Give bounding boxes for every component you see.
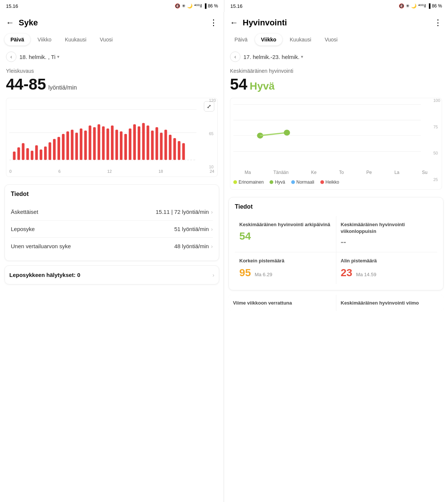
- syke-header: ← Syke ⋮: [0, 12, 224, 31]
- svg-rect-8: [35, 145, 38, 160]
- hyvinvointi-date-dropdown[interactable]: ▾: [301, 54, 303, 59]
- syke-date-dropdown[interactable]: ▾: [57, 54, 59, 59]
- hyvinvointi-info-title: Tiedot: [235, 203, 437, 210]
- syke-tab-paiva[interactable]: Päivä: [4, 34, 30, 46]
- hyvinvointi-tab-paiva[interactable]: Päivä: [228, 34, 253, 46]
- hyvinvointi-legend: Erinomainen Hyvä Normaali Heikko: [233, 177, 439, 186]
- wellness-sub-2: Ma 6.29: [255, 272, 272, 277]
- syke-date-nav: ‹ 18. helmik. , Ti ▾: [0, 49, 224, 65]
- hyvinvointi-menu-button[interactable]: ⋮: [434, 18, 442, 28]
- syke-tab-vuosi[interactable]: Vuosi: [94, 34, 119, 46]
- svg-rect-7: [31, 151, 33, 160]
- syke-overview-unit: lyöntiä/min: [48, 84, 77, 91]
- syke-menu-button[interactable]: ⋮: [209, 18, 218, 28]
- hyvinvointi-tabs: Päivä Viikko Kuukausi Vuosi: [224, 31, 448, 49]
- bottom-cell-1: Keskimääräinen hyvinvointi viimo: [336, 295, 444, 311]
- svg-rect-36: [160, 132, 162, 160]
- day-pe: Pe: [366, 170, 372, 175]
- svg-rect-40: [178, 141, 180, 160]
- svg-rect-6: [26, 148, 29, 160]
- syke-alert-label: Leposykkeen hälytykset: 0: [9, 272, 80, 278]
- svg-rect-22: [97, 124, 100, 160]
- legend-erinomainen: Erinomainen: [233, 180, 264, 185]
- syke-info-row-0[interactable]: Äskettäiset 15.11 | 72 lyöntiä/min ›: [11, 203, 213, 221]
- svg-rect-4: [17, 147, 20, 160]
- syke-date-prev[interactable]: ‹: [6, 52, 16, 62]
- wellness-value-0: 54: [239, 230, 332, 242]
- hyvinvointi-date: 17. helmik.-23. helmik. ▾: [243, 54, 303, 60]
- svg-line-47: [260, 132, 287, 135]
- svg-rect-41: [182, 143, 185, 160]
- bottom-label-0: Viime viikkoon verrattuna: [233, 300, 332, 306]
- svg-rect-32: [142, 123, 145, 160]
- syke-info-row-1[interactable]: Leposyke 51 lyöntiä/min ›: [11, 221, 213, 238]
- svg-rect-11: [49, 142, 51, 160]
- bluetooth-icon: 🔇: [175, 3, 180, 9]
- svg-rect-29: [129, 128, 131, 160]
- svg-rect-9: [40, 149, 42, 160]
- hyvinvointi-status: Hyvä: [250, 80, 275, 92]
- svg-rect-31: [138, 127, 140, 160]
- syke-tab-kuukausi[interactable]: Kuukausi: [59, 34, 93, 46]
- signal-icon: ⁴⁰⁰il: [194, 3, 202, 9]
- r-bluetooth-icon: 🔇: [399, 3, 404, 9]
- wellness-cell-2: Korkein pistemäärä 95 Ma 6.29: [235, 252, 336, 284]
- svg-rect-25: [111, 125, 113, 160]
- syke-info-row-2[interactable]: Unen vertailuarvon syke 48 lyöntiä/min ›: [11, 238, 213, 255]
- hyvinvointi-tab-vuosi[interactable]: Vuosi: [319, 34, 344, 46]
- screens: ← Syke ⋮ Päivä Viikko Kuukausi Vuosi ‹ 1…: [0, 12, 448, 502]
- svg-rect-20: [88, 125, 91, 160]
- hyvinvointi-tab-kuukausi[interactable]: Kuukausi: [284, 34, 317, 46]
- hyvinvointi-chart: [233, 101, 439, 168]
- left-time: 15.16: [6, 3, 18, 9]
- syke-info-card: Tiedot Äskettäiset 15.11 | 72 lyöntiä/mi…: [4, 184, 219, 261]
- svg-rect-19: [84, 131, 87, 160]
- left-status-bar: 15.16 🔇 ✳ 🌙 ⁴⁰⁰il ▐ 86 %: [0, 0, 224, 12]
- hyvinvointi-bottom: Viime viikkoon verrattuna Keskimääräinen…: [224, 295, 448, 315]
- day-su: Su: [422, 170, 427, 175]
- right-status-icons: 🔇 ✳ 🌙 ⁴⁰⁰il ▐ 86 %: [399, 3, 442, 9]
- syke-chart-container: ⤢: [6, 98, 218, 177]
- syke-alert-chevron: ›: [212, 272, 214, 278]
- wellness-label-2: Korkein pistemäärä: [239, 258, 332, 264]
- hyvinvointi-screen: ← Hyvinvointi ⋮ Päivä Viikko Kuukausi Vu…: [224, 12, 448, 502]
- svg-rect-14: [62, 134, 65, 160]
- svg-rect-27: [120, 131, 122, 160]
- svg-rect-34: [151, 131, 154, 160]
- hyvinvointi-date-prev[interactable]: ‹: [230, 52, 240, 62]
- syke-date: 18. helmik. , Ti ▾: [19, 54, 59, 60]
- day-la: La: [394, 170, 399, 175]
- syke-back-button[interactable]: ←: [6, 18, 14, 28]
- wellness-cell-0: Keskimääräinen hyvinvointi arkipäivinä 5…: [235, 216, 336, 252]
- moon-icon: 🌙: [187, 3, 193, 9]
- hyvinvointi-back-button[interactable]: ←: [230, 18, 238, 28]
- hyvinvointi-chart-container: 100 75 50 25 Ma Tänään Ke To Pe La Su Er…: [230, 98, 442, 190]
- syke-row0-chevron: ›: [211, 209, 213, 215]
- legend-normaali: Normaali: [291, 180, 314, 185]
- svg-rect-12: [53, 139, 56, 160]
- svg-rect-15: [66, 131, 69, 160]
- hyvinvointi-grid: Keskimääräinen hyvinvointi arkipäivinä 5…: [235, 216, 437, 284]
- svg-rect-26: [115, 130, 118, 160]
- svg-rect-16: [71, 130, 74, 160]
- right-status-bar: 15.16 🔇 ✳ 🌙 ⁴⁰⁰il ▐ 86 %: [224, 0, 448, 12]
- syke-title: Syke: [19, 18, 205, 28]
- legend-dot-normaali: [291, 180, 295, 184]
- syke-alert-row[interactable]: Leposykkeen hälytykset: 0 ›: [4, 265, 219, 284]
- r-moon-icon: 🌙: [411, 3, 417, 9]
- hyvinvointi-tab-viikko[interactable]: Viikko: [255, 34, 282, 46]
- bottom-cell-0: Viime viikkoon verrattuna: [228, 295, 336, 311]
- syke-chart-x-labels: 0 6 12 18 24: [9, 168, 214, 174]
- svg-rect-18: [80, 128, 83, 160]
- syke-info-value-2: 48 lyöntiä/min ›: [174, 243, 213, 249]
- r-bt-icon: ✳: [406, 3, 410, 9]
- syke-tab-viikko[interactable]: Viikko: [32, 34, 57, 46]
- svg-rect-28: [124, 134, 127, 160]
- syke-chart: [9, 101, 214, 168]
- day-ke: Ke: [311, 170, 317, 175]
- legend-heikko: Heikko: [320, 180, 339, 185]
- syke-overview: Yleiskuvaus 44-85 lyöntiä/min: [0, 65, 224, 95]
- hyvinvointi-bottom-grid: Viime viikkoon verrattuna Keskimääräinen…: [228, 295, 444, 311]
- hyvinvointi-title: Hyvinvointi: [243, 18, 429, 28]
- svg-rect-17: [75, 132, 78, 160]
